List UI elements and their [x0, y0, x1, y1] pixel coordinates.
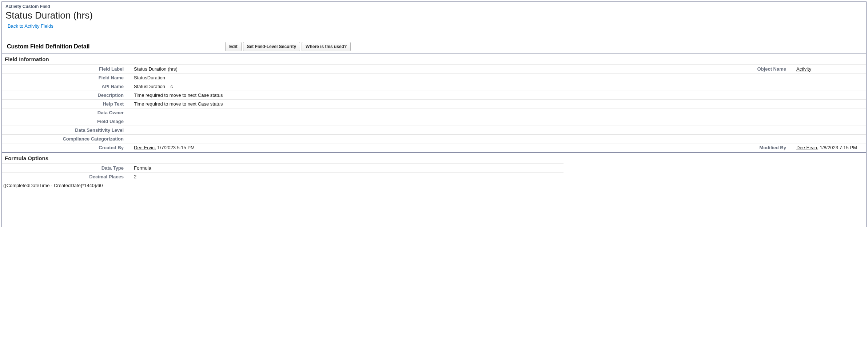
- field-row: Field Label Status Duration (hrs) Object…: [2, 65, 866, 74]
- object-name-link[interactable]: Activity: [796, 66, 811, 72]
- page-title: Status Duration (hrs): [5, 10, 863, 21]
- field-row: Help Text Time required to move to next …: [2, 100, 866, 108]
- value-data-type: Formula: [131, 164, 564, 173]
- field-info-table: Field Label Status Duration (hrs) Object…: [2, 65, 866, 152]
- created-by-date: , 1/7/2023 5:15 PM: [155, 145, 195, 150]
- value-data-sensitivity: [131, 126, 750, 135]
- formula-expression: ((CompletedDateTime - CreatedDate)*1440)…: [2, 181, 866, 190]
- label-modified-by: Modified By: [750, 143, 793, 152]
- field-row: Data Type Formula: [2, 164, 564, 173]
- value-description: Time required to move to next Case statu…: [131, 91, 750, 100]
- label-description: Description: [2, 91, 131, 100]
- label-compliance: Compliance Categorization: [2, 135, 131, 143]
- value-field-name: StatusDuration: [131, 74, 750, 82]
- modified-by-user-link[interactable]: Dee Ervin: [796, 145, 817, 150]
- field-row: API Name StatusDuration__c: [2, 82, 866, 91]
- field-row: Data Sensitivity Level: [2, 126, 866, 135]
- field-row: Description Time required to move to nex…: [2, 91, 866, 100]
- field-row: Field Usage: [2, 117, 866, 126]
- formula-section: Formula Options Data Type Formula Decima…: [2, 152, 866, 190]
- label-api-name: API Name: [2, 82, 131, 91]
- label-field-name: Field Name: [2, 74, 131, 82]
- label-created-by: Created By: [2, 143, 131, 152]
- breadcrumb: Activity Custom Field: [5, 4, 863, 9]
- label-data-owner: Data Owner: [2, 108, 131, 117]
- field-row: Compliance Categorization: [2, 135, 866, 143]
- formula-options-table: Data Type Formula Decimal Places 2: [2, 163, 564, 181]
- value-field-usage: [131, 117, 750, 126]
- label-help-text: Help Text: [2, 100, 131, 108]
- value-api-name: StatusDuration__c: [131, 82, 750, 91]
- modified-by-date: , 1/8/2023 7:15 PM: [817, 145, 857, 150]
- edit-button[interactable]: Edit: [225, 42, 242, 51]
- label-data-type: Data Type: [2, 164, 131, 173]
- field-row: Created By Dee Ervin, 1/7/2023 5:15 PM M…: [2, 143, 866, 152]
- label-data-sensitivity: Data Sensitivity Level: [2, 126, 131, 135]
- value-help-text: Time required to move to next Case statu…: [131, 100, 750, 108]
- section-header-title: Custom Field Definition Detail: [7, 43, 225, 50]
- field-row: Decimal Places 2: [2, 173, 564, 181]
- back-link[interactable]: Back to Activity Fields: [8, 23, 53, 29]
- label-field-label: Field Label: [2, 65, 131, 74]
- page-header: Activity Custom Field Status Duration (h…: [2, 2, 866, 40]
- value-field-label: Status Duration (hrs): [131, 65, 750, 74]
- label-field-usage: Field Usage: [2, 117, 131, 126]
- value-decimal-places: 2: [131, 173, 564, 181]
- field-row: Field Name StatusDuration: [2, 74, 866, 82]
- field-row: Data Owner: [2, 108, 866, 117]
- value-data-owner: [131, 108, 750, 117]
- created-by-user-link[interactable]: Dee Ervin: [134, 145, 155, 150]
- value-modified-by: Dee Ervin, 1/8/2023 7:15 PM: [793, 143, 866, 152]
- value-compliance: [131, 135, 750, 143]
- field-info-header: Field Information: [2, 54, 866, 65]
- value-created-by: Dee Ervin, 1/7/2023 5:15 PM: [131, 143, 750, 152]
- page-container: Activity Custom Field Status Duration (h…: [1, 1, 867, 227]
- button-group: Edit Set Field-Level Security Where is t…: [225, 42, 351, 51]
- set-fls-button[interactable]: Set Field-Level Security: [243, 42, 300, 51]
- label-object-name: Object Name: [750, 65, 793, 74]
- value-object-name: Activity: [793, 65, 866, 74]
- formula-options-header: Formula Options: [2, 153, 866, 163]
- where-used-button[interactable]: Where is this used?: [302, 42, 351, 51]
- section-header-row: Custom Field Definition Detail Edit Set …: [2, 40, 866, 54]
- label-decimal-places: Decimal Places: [2, 173, 131, 181]
